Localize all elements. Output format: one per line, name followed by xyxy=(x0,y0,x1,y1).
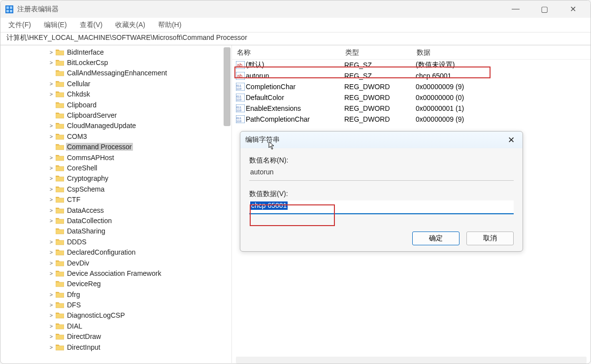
value-row[interactable]: 011110CompletionCharREG_DWORD0x00000009 … xyxy=(232,81,591,92)
dialog-close-button[interactable]: ✕ xyxy=(505,135,518,145)
value-name-field[interactable]: autorun xyxy=(249,167,514,181)
chevron-right-icon[interactable]: > xyxy=(48,270,55,276)
tree-item-chkdsk[interactable]: >Chkdsk xyxy=(0,89,231,99)
chevron-right-icon[interactable]: > xyxy=(48,49,55,55)
tree-item-ddds[interactable]: >DDDS xyxy=(0,236,231,247)
value-data: (数值未设置) xyxy=(416,61,591,69)
tree-item-label: ClipboardServer xyxy=(66,111,118,119)
menu-file[interactable]: 文件(F) xyxy=(6,20,33,31)
cancel-button[interactable]: 取消 xyxy=(466,232,514,245)
chevron-right-icon[interactable]: > xyxy=(48,312,55,318)
tree-item-label: CspSchema xyxy=(66,185,105,193)
tree-item-command-processor[interactable]: >Command Processor xyxy=(0,142,231,152)
string-value-icon: ab xyxy=(236,72,245,80)
list-header: 名称 类型 数据 xyxy=(232,45,591,60)
value-row[interactable]: abautorunREG_SZchcp 65001 xyxy=(232,70,591,81)
tree-item-cryptography[interactable]: >Cryptography xyxy=(0,173,231,184)
svg-rect-3 xyxy=(6,10,9,12)
menu-favorites[interactable]: 收藏夹(A) xyxy=(113,20,147,31)
header-data[interactable]: 数据 xyxy=(417,48,591,57)
chevron-right-icon[interactable]: > xyxy=(48,333,55,339)
chevron-right-icon[interactable]: > xyxy=(48,123,55,129)
tree-pane[interactable]: >BidInterface>BitLockerCsp>CallAndMessag… xyxy=(0,45,232,364)
value-row[interactable]: 011110DefaultColorREG_DWORD0x00000000 (0… xyxy=(232,92,591,103)
tree-item-device-association-framework[interactable]: >Device Association Framework xyxy=(0,268,231,278)
tree-item-label: Clipboard xyxy=(66,101,98,109)
value-type: REG_DWORD xyxy=(344,115,416,123)
header-name[interactable]: 名称 xyxy=(232,48,345,57)
tree-item-dial[interactable]: >DIAL xyxy=(0,321,231,331)
tree-item-declaredconfiguration[interactable]: >DeclaredConfiguration xyxy=(0,247,231,257)
list-scrollbar[interactable] xyxy=(236,357,587,364)
maximize-button[interactable]: ▢ xyxy=(534,4,554,14)
value-row[interactable]: 011110EnableExtensionsREG_DWORD0x0000000… xyxy=(232,103,591,114)
value-data: 0x00000001 (1) xyxy=(416,104,591,112)
header-type[interactable]: 类型 xyxy=(345,48,417,57)
tree-item-directdraw[interactable]: >DirectDraw xyxy=(0,331,231,342)
chevron-right-icon[interactable]: > xyxy=(48,323,55,329)
chevron-right-icon[interactable]: > xyxy=(48,60,55,66)
menu-help[interactable]: 帮助(H) xyxy=(156,20,183,31)
tree-item-dfs[interactable]: >DFS xyxy=(0,299,231,310)
menu-edit[interactable]: 编辑(E) xyxy=(42,20,69,31)
chevron-right-icon[interactable]: > xyxy=(48,165,55,171)
tree-item-clipboard[interactable]: >Clipboard xyxy=(0,99,231,110)
dialog-titlebar[interactable]: 编辑字符串 ✕ xyxy=(240,132,523,148)
tree-item-commsaphost[interactable]: >CommsAPHost xyxy=(0,152,231,163)
chevron-right-icon[interactable]: > xyxy=(48,260,55,266)
svg-rect-1 xyxy=(6,6,9,9)
tree-item-label: DataCollection xyxy=(66,217,113,225)
tree-item-label: DirectDraw xyxy=(66,332,102,340)
titlebar[interactable]: 注册表编辑器 — ▢ ✕ xyxy=(0,0,591,18)
chevron-right-icon[interactable]: > xyxy=(48,155,55,161)
value-type: REG_DWORD xyxy=(344,83,416,91)
tree-item-cloudmanagedupdate[interactable]: >CloudManagedUpdate xyxy=(0,121,231,131)
minimize-button[interactable]: — xyxy=(506,4,525,14)
tree-item-directinput[interactable]: >DirectInput xyxy=(0,342,231,352)
chevron-right-icon[interactable]: > xyxy=(48,186,55,192)
tree-item-diagnosticlogcsp[interactable]: >DiagnosticLogCSP xyxy=(0,310,231,321)
binary-value-icon: 011110 xyxy=(236,83,245,91)
chevron-right-icon[interactable]: > xyxy=(48,81,55,87)
close-button[interactable]: ✕ xyxy=(563,4,583,14)
tree-item-datacollection[interactable]: >DataCollection xyxy=(0,215,231,226)
value-data-field[interactable]: chcp 65001 xyxy=(249,200,514,214)
chevron-right-icon[interactable]: > xyxy=(48,133,55,139)
tree-item-dataaccess[interactable]: >DataAccess xyxy=(0,205,231,215)
tree-item-devdiv[interactable]: >DevDiv xyxy=(0,258,231,268)
chevron-right-icon[interactable]: > xyxy=(48,197,55,202)
tree-item-cspschema[interactable]: >CspSchema xyxy=(0,184,231,194)
chevron-right-icon[interactable]: > xyxy=(48,344,55,350)
addressbar[interactable]: 计算机\HKEY_LOCAL_MACHINE\SOFTWARE\Microsof… xyxy=(0,33,591,45)
tree-item-clipboardserver[interactable]: >ClipboardServer xyxy=(0,110,231,120)
chevron-right-icon[interactable]: > xyxy=(48,239,55,245)
value-data: 0x00000000 (0) xyxy=(416,94,591,101)
value-row[interactable]: 011110PathCompletionCharREG_DWORD0x00000… xyxy=(232,114,591,125)
tree-item-label: CallAndMessagingEnhancement xyxy=(66,69,168,77)
chevron-right-icon[interactable]: > xyxy=(48,207,55,213)
tree-item-bitlockercsp[interactable]: >BitLockerCsp xyxy=(0,57,231,67)
chevron-right-icon[interactable]: > xyxy=(48,91,55,97)
chevron-right-icon[interactable]: > xyxy=(48,218,55,224)
ok-button[interactable]: 确定 xyxy=(412,232,460,245)
folder-icon xyxy=(56,301,64,308)
tree-item-devicereg[interactable]: >DeviceReg xyxy=(0,279,231,289)
tree-item-coreshell[interactable]: >CoreShell xyxy=(0,163,231,173)
tree-item-callandmessagingenhancement[interactable]: >CallAndMessagingEnhancement xyxy=(0,68,231,78)
tree-item-bidinterface[interactable]: >BidInterface xyxy=(0,47,231,57)
tree-item-label: DFS xyxy=(66,301,82,309)
tree-item-label: Chkdsk xyxy=(66,90,91,98)
chevron-right-icon[interactable]: > xyxy=(48,292,55,298)
value-row[interactable]: ab(默认)REG_SZ(数值未设置) xyxy=(232,60,591,70)
chevron-right-icon[interactable]: > xyxy=(48,302,55,308)
tree-item-datasharing[interactable]: >DataSharing xyxy=(0,226,231,236)
tree-item-cellular[interactable]: >Cellular xyxy=(0,78,231,89)
chevron-right-icon[interactable]: > xyxy=(48,249,55,255)
chevron-right-icon[interactable]: > xyxy=(48,175,55,181)
menu-view[interactable]: 查看(V) xyxy=(78,20,105,31)
values-pane[interactable]: 名称 类型 数据 ab(默认)REG_SZ(数值未设置)abautorunREG… xyxy=(232,45,591,364)
tree-item-dfrg[interactable]: >Dfrg xyxy=(0,289,231,299)
tree-item-ctf[interactable]: >CTF xyxy=(0,194,231,204)
tree-item-com3[interactable]: >COM3 xyxy=(0,131,231,141)
tree-scrollbar[interactable] xyxy=(224,47,230,126)
